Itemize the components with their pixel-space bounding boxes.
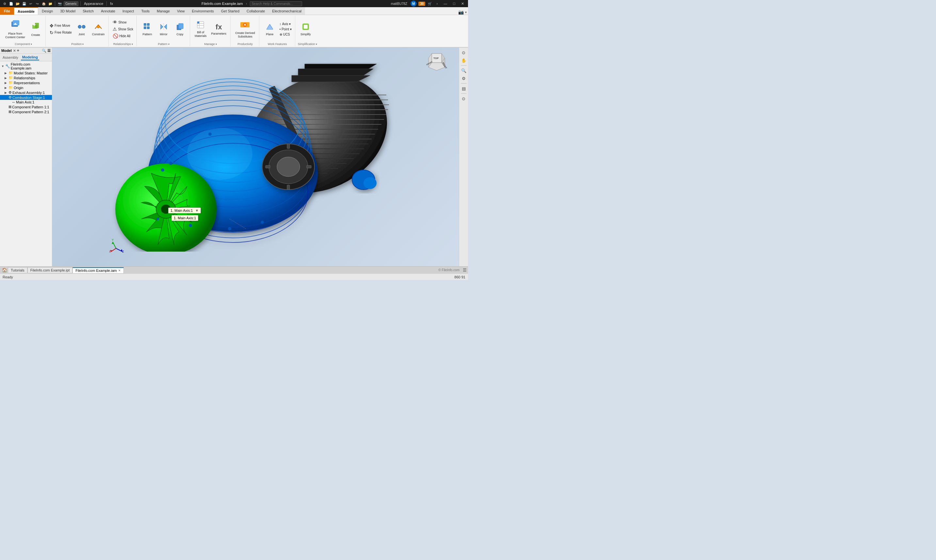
tab-annotate[interactable]: Annotate <box>97 7 119 15</box>
tab-fileinfo-ipt[interactable]: FileInfo.com Example.ipt <box>28 267 72 273</box>
simplify-button[interactable]: Simplify <box>298 17 313 41</box>
tree-item-combustion[interactable]: ⚙ Combustion Stage:1 <box>0 95 52 100</box>
svg-rect-76 <box>287 185 290 189</box>
cart-icon[interactable]: 🛒 <box>427 1 432 6</box>
expand-icon[interactable]: ▾ <box>465 11 467 14</box>
simplify-label: Simplify <box>301 32 311 36</box>
pan-button[interactable]: ✋ <box>460 57 467 64</box>
tab-modeling[interactable]: Modeling <box>21 54 39 60</box>
pattern-button[interactable]: Pattern <box>139 17 155 41</box>
plane-button[interactable]: Plane <box>262 17 278 41</box>
tab-3dmodel[interactable]: 3D Model <box>57 7 79 15</box>
tree-item-model-states[interactable]: ▶ 📁 Model States: Master <box>0 71 52 75</box>
svg-rect-78 <box>307 165 311 168</box>
tab-manage[interactable]: Manage <box>153 7 173 15</box>
hamburger-menu[interactable]: ☰ <box>461 268 468 272</box>
tree-item-main-axis[interactable]: ↔ Main Axis:1 <box>0 100 52 105</box>
save-icon[interactable]: 💾 <box>22 1 27 6</box>
orbit-button[interactable]: ⊙ <box>460 49 467 56</box>
svg-point-74 <box>277 157 300 177</box>
folder-icon: 📁 <box>8 76 13 80</box>
constrain-button[interactable]: Constrain <box>90 17 107 41</box>
tree-item-relationships[interactable]: ▶ 📁 Relationships <box>0 75 52 80</box>
new-icon[interactable]: 📄 <box>8 1 14 6</box>
slice-button[interactable]: ▤ <box>460 85 467 92</box>
free-move-button[interactable]: ✥ Free Move <box>48 23 73 29</box>
search-input[interactable] <box>250 1 302 6</box>
point-button[interactable]: • Point ▾ <box>278 27 293 32</box>
zoom-button[interactable]: 🔍 <box>460 67 467 74</box>
free-rotate-button[interactable]: ↻ Free Rotate <box>48 29 73 36</box>
tab-design[interactable]: Design <box>38 7 57 15</box>
free-move-icon: ✥ <box>49 23 54 28</box>
create-button[interactable]: Create <box>28 17 43 41</box>
minimize-button[interactable]: — <box>441 1 449 6</box>
joint-button[interactable]: Joint <box>74 17 89 41</box>
show-button[interactable]: 👁 Show <box>111 19 134 25</box>
orientation-cube-svg[interactable]: TOP FRONT RIGHT <box>425 50 447 72</box>
orientation-cube[interactable]: TOP FRONT RIGHT <box>425 50 447 73</box>
close-tab-icon[interactable]: ✕ <box>118 269 121 272</box>
svg-text:Y: Y <box>112 238 114 242</box>
engine-model <box>109 62 403 252</box>
tab-assemble[interactable]: Assemble <box>14 7 38 15</box>
copy-button[interactable]: Copy <box>172 17 188 41</box>
tooltip-main-axis-dropdown[interactable]: 1. Main Axis:1 ▼ <box>168 208 201 214</box>
tree-label-combustion: Combustion Stage:1 <box>12 95 45 100</box>
create-derived-substitutes-button[interactable]: Create DerivedSubstitutes <box>233 17 257 41</box>
tree-label-origin: Origin <box>14 86 23 90</box>
tree-item-origin[interactable]: ▶ 📁 Origin <box>0 85 52 90</box>
tab-view[interactable]: View <box>173 7 188 15</box>
tab-collaborate[interactable]: Collaborate <box>243 7 268 15</box>
camera-icon[interactable]: 📷 <box>458 9 464 15</box>
project-icon[interactable]: 📁 <box>48 1 53 6</box>
maximize-button[interactable]: □ <box>451 1 457 6</box>
home-icon[interactable]: 🏠 <box>41 1 46 6</box>
tree-item-pattern1[interactable]: ⊞ Component Pattern 1:1 <box>0 105 52 109</box>
search-icon[interactable]: 🔍 <box>42 49 46 53</box>
tab-sketch[interactable]: Sketch <box>79 7 97 15</box>
ucs-button[interactable]: ⊕ UCS <box>278 32 293 37</box>
tab-file[interactable]: File <box>0 7 14 15</box>
work-features-small: ↕ Axis ▾ • Point ▾ ⊕ UCS <box>278 22 293 37</box>
tab-tutorials[interactable]: Tutorials <box>8 267 28 273</box>
tree-item-exhaust[interactable]: ▶ ⚙ Exhaust Assembly:1 <box>0 90 52 95</box>
redo-icon[interactable]: ↪ <box>35 1 40 6</box>
hide-all-button[interactable]: 🚫 Hide All <box>111 32 134 39</box>
tree-item-pattern2[interactable]: ⊞ Component Pattern 2:1 <box>0 109 52 114</box>
tab-assembly[interactable]: Assembly <box>1 55 20 60</box>
axis-button[interactable]: ↕ Axis ▾ <box>278 22 293 26</box>
generic-dropdown[interactable]: Generic <box>64 1 79 6</box>
ribbon-group-relationships: 👁 Show ⚠ Show Sick 🚫 Hide All Relationsh… <box>109 16 137 46</box>
show-sick-button[interactable]: ⚠ Show Sick <box>111 26 134 32</box>
tab-electromechanical[interactable]: Electromechanical <box>268 7 305 15</box>
undo-icon[interactable]: ↩ <box>28 1 33 6</box>
bill-of-materials-button[interactable]: Bill ofMaterials <box>193 17 209 41</box>
menu-icon[interactable]: ☰ <box>47 49 51 53</box>
home-button[interactable]: 🏠 <box>1 267 8 274</box>
chevron-right-icon[interactable]: › <box>434 1 439 6</box>
tab-tools[interactable]: Tools <box>137 7 153 15</box>
screenshot-icon[interactable]: 📷 <box>57 1 62 6</box>
tab-fileinfo-iam[interactable]: FileInfo.com Example.iam ✕ <box>72 267 124 273</box>
mirror-button[interactable]: Mirror <box>156 17 171 41</box>
tab-environments[interactable]: Environments <box>188 7 217 15</box>
tab-inspect[interactable]: Inspect <box>119 7 137 15</box>
parameters-button[interactable]: fx Parameters <box>209 17 228 41</box>
ucs-icon: ⊕ <box>279 32 282 36</box>
tooltip-dropdown-icon[interactable]: ▼ <box>195 209 199 212</box>
3d-viewport[interactable]: 1. Main Axis:1 ▼ 1. Main Axis:1 X Y Z <box>52 48 459 266</box>
open-icon[interactable]: 📂 <box>15 1 20 6</box>
tree-item-root[interactable]: ▼ 🔧 FileInfo.com Example.iam <box>0 62 52 71</box>
close-button[interactable]: ✕ <box>459 1 466 6</box>
mirror-icon <box>159 22 168 32</box>
assembly-icon: ⚙ <box>8 95 12 100</box>
place-from-content-center-button[interactable]: Place fromContent Center <box>3 17 27 41</box>
tab-getstarted[interactable]: Get Started <box>217 7 243 15</box>
svg-text:TOP: TOP <box>433 57 439 60</box>
settings-button[interactable]: ⊙ <box>460 95 467 102</box>
model-plus-icon[interactable]: + <box>17 48 19 53</box>
model-close-icon[interactable]: ✕ <box>13 49 16 52</box>
tree-item-representations[interactable]: ▶ 📁 Representations <box>0 80 52 85</box>
look-at-button[interactable]: ⚙ <box>460 75 467 82</box>
